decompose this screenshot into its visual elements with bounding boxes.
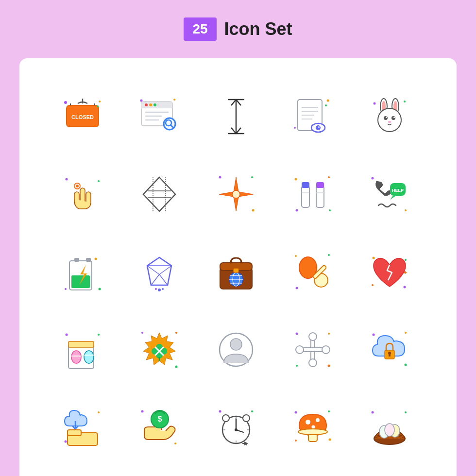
- svg-point-112: [295, 255, 297, 257]
- svg-point-114: [405, 259, 407, 261]
- svg-point-179: [306, 420, 310, 425]
- svg-point-125: [66, 334, 68, 336]
- svg-point-85: [95, 258, 97, 260]
- svg-point-33: [327, 100, 329, 102]
- help-call-icon: HELP: [356, 160, 424, 228]
- page-header: 25 Icon Set: [184, 17, 292, 41]
- svg-point-45: [388, 121, 391, 123]
- svg-point-54: [98, 180, 100, 182]
- svg-point-7: [97, 105, 99, 107]
- svg-point-154: [405, 332, 407, 334]
- svg-point-192: [405, 411, 407, 413]
- resize-vertical-icon: [202, 83, 270, 151]
- svg-point-145: [322, 346, 330, 354]
- svg-marker-88: [147, 257, 171, 285]
- svg-point-160: [98, 411, 100, 413]
- svg-point-115: [404, 286, 406, 289]
- svg-point-20: [140, 100, 143, 102]
- svg-point-155: [405, 364, 407, 366]
- svg-point-175: [219, 410, 221, 413]
- svg-point-74: [328, 176, 330, 178]
- svg-point-86: [65, 288, 67, 290]
- svg-point-116: [372, 284, 374, 286]
- svg-point-62: [219, 176, 221, 179]
- svg-point-43: [386, 117, 387, 118]
- svg-point-180: [316, 418, 320, 422]
- svg-point-139: [230, 339, 242, 350]
- money-hand-icon: $: [125, 393, 193, 461]
- svg-point-63: [251, 176, 253, 178]
- cloud-folder-icon: [49, 393, 117, 461]
- svg-rect-81: [74, 258, 79, 262]
- bone-joint-icon: [279, 316, 347, 384]
- svg-text:$: $: [158, 415, 162, 423]
- svg-rect-106: [234, 269, 238, 272]
- svg-point-47: [404, 101, 406, 102]
- svg-point-98: [162, 288, 164, 290]
- svg-point-147: [328, 333, 330, 335]
- icon-grid-card: CLOSED: [19, 58, 457, 476]
- svg-rect-120: [68, 341, 94, 347]
- svg-text:CLOSED: CLOSED: [71, 114, 94, 120]
- svg-point-46: [374, 102, 376, 105]
- svg-point-183: [295, 411, 297, 414]
- svg-point-176: [251, 410, 253, 412]
- svg-point-35: [294, 127, 296, 129]
- svg-point-113: [373, 257, 375, 259]
- svg-point-153: [373, 334, 375, 336]
- gem-diamond-icon: [125, 238, 193, 306]
- svg-point-78: [372, 177, 374, 180]
- svg-point-71: [295, 178, 297, 181]
- svg-point-40: [378, 108, 401, 132]
- svg-point-42: [391, 116, 395, 120]
- svg-point-186: [295, 440, 297, 442]
- svg-point-41: [384, 116, 388, 120]
- svg-point-5: [64, 101, 67, 104]
- svg-point-166: [222, 415, 229, 422]
- svg-rect-66: [302, 182, 309, 188]
- svg-point-72: [329, 209, 331, 211]
- svg-point-181: [312, 425, 315, 429]
- svg-point-13: [153, 103, 156, 106]
- svg-point-31: [316, 125, 321, 130]
- svg-point-185: [329, 439, 331, 441]
- icon-count: 25: [184, 17, 216, 41]
- svg-rect-158: [68, 430, 81, 436]
- svg-rect-69: [316, 182, 324, 188]
- svg-point-110: [296, 287, 298, 289]
- svg-rect-83: [71, 275, 90, 288]
- svg-point-6: [99, 101, 101, 102]
- svg-point-34: [325, 104, 327, 106]
- svg-point-111: [328, 254, 330, 256]
- svg-point-79: [405, 209, 407, 211]
- svg-point-144: [296, 346, 304, 354]
- easter-bunny-icon: [356, 83, 424, 151]
- svg-rect-152: [389, 354, 391, 357]
- svg-point-123: [84, 351, 94, 363]
- svg-point-32: [318, 126, 320, 128]
- svg-point-73: [296, 209, 298, 212]
- svg-point-87: [99, 288, 101, 290]
- svg-point-44: [393, 117, 395, 118]
- web-search-icon: [125, 83, 193, 151]
- svg-text:HELP: HELP: [392, 188, 404, 193]
- svg-point-182: [298, 429, 327, 435]
- compass-star-icon: [202, 160, 270, 228]
- svg-point-159: [65, 441, 67, 443]
- svg-point-64: [252, 209, 255, 212]
- battery-charging-icon: [49, 238, 117, 306]
- svg-point-163: [141, 410, 144, 413]
- svg-point-12: [149, 103, 152, 106]
- cosmetics-icon: [279, 160, 347, 228]
- svg-point-97: [155, 288, 157, 290]
- svg-point-146: [296, 333, 298, 335]
- person-circle-icon: [202, 316, 270, 384]
- svg-point-126: [98, 334, 100, 336]
- svg-point-96: [158, 289, 161, 291]
- svg-point-135: [141, 332, 143, 334]
- svg-rect-65: [302, 186, 309, 207]
- two-finger-tap-icon: [49, 160, 117, 228]
- alarm-clock-icon: [202, 393, 270, 461]
- svg-rect-82: [86, 258, 91, 262]
- svg-point-141: [309, 333, 317, 340]
